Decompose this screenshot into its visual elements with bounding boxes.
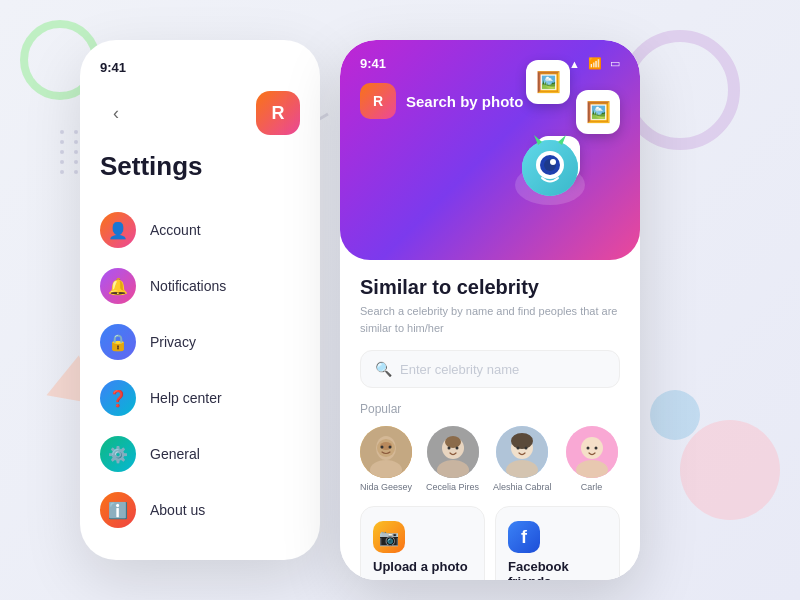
photo-card-2: 🖼️ — [576, 90, 620, 134]
svg-point-20 — [447, 447, 450, 450]
account-icon: 👤 — [100, 212, 136, 248]
settings-title: Settings — [100, 151, 300, 182]
privacy-icon: 🔒 — [100, 324, 136, 360]
settings-menu: 👤 Account 🔔 Notifications 🔒 Privacy ❓ He… — [100, 202, 300, 538]
avatar-r-right: R — [360, 83, 396, 119]
upload-photo-desc: Upload a photo and see similar — [373, 578, 472, 580]
monster-blob — [510, 130, 590, 210]
help-icon: ❓ — [100, 380, 136, 416]
svg-point-25 — [511, 433, 533, 449]
settings-item-notifications[interactable]: 🔔 Notifications — [100, 258, 300, 314]
phones-container: 9:41 ‹ R Settings 👤 Account 🔔 Notificati… — [80, 40, 640, 580]
account-label: Account — [150, 222, 201, 238]
celeb-name-nida: Nida Geesey — [360, 482, 412, 492]
bottom-action-cards: 📷 Upload a photo Upload a photo and see … — [360, 506, 620, 580]
time-right: 9:41 — [360, 56, 386, 71]
phone-content: Similar to celebrity Search a celebrity … — [340, 260, 640, 580]
settings-item-about[interactable]: ℹ️ About us — [100, 482, 300, 538]
celeb-avatar-carle — [566, 426, 618, 478]
svg-point-15 — [389, 446, 392, 449]
celeb-carle[interactable]: Carle — [566, 426, 618, 492]
celebrity-search-container[interactable]: 🔍 Enter celebrity name — [360, 350, 620, 388]
about-icon: ℹ️ — [100, 492, 136, 528]
general-label: General — [150, 446, 200, 462]
celeb-name-carle: Carle — [581, 482, 603, 492]
section-subtitle: Search a celebrity by name and find peop… — [360, 303, 620, 336]
settings-phone: 9:41 ‹ R Settings 👤 Account 🔔 Notificati… — [80, 40, 320, 560]
celeb-name-aleshia: Aleshia Cabral — [493, 482, 552, 492]
svg-point-21 — [455, 447, 458, 450]
celeb-avatar-cecelia — [427, 426, 479, 478]
monster-illustration: 🖼️ 🖼️ 🔍 — [490, 50, 640, 210]
svg-point-30 — [581, 437, 603, 459]
celeb-avatar-aleshia — [496, 426, 548, 478]
nav-header-left: ‹ R — [100, 91, 300, 135]
svg-point-6 — [550, 159, 556, 165]
bg-decoration-circle-4 — [650, 390, 700, 440]
celebrity-search-placeholder: Enter celebrity name — [400, 362, 519, 377]
notifications-icon: 🔔 — [100, 268, 136, 304]
svg-point-14 — [381, 446, 384, 449]
help-label: Help center — [150, 390, 222, 406]
search-phone: 9:41 ▲▲▲ 📶 ▭ R Search by photo 🖼️ 🖼️ — [340, 40, 640, 580]
settings-item-general[interactable]: ⚙️ General — [100, 426, 300, 482]
about-label: About us — [150, 502, 205, 518]
section-title: Similar to celebrity — [360, 276, 620, 299]
upload-photo-card[interactable]: 📷 Upload a photo Upload a photo and see … — [360, 506, 485, 580]
facebook-friends-title: Facebook friends — [508, 559, 607, 580]
svg-point-19 — [445, 436, 461, 448]
upload-photo-title: Upload a photo — [373, 559, 472, 574]
settings-item-account[interactable]: 👤 Account — [100, 202, 300, 258]
status-bar-left: 9:41 — [100, 60, 300, 75]
back-button[interactable]: ‹ — [100, 97, 132, 129]
general-icon: ⚙️ — [100, 436, 136, 472]
facebook-friends-card[interactable]: f Facebook friends Search for similar pe… — [495, 506, 620, 580]
settings-item-help[interactable]: ❓ Help center — [100, 370, 300, 426]
photo-card-1: 🖼️ — [526, 60, 570, 104]
celeb-aleshia[interactable]: Aleshia Cabral — [493, 426, 552, 492]
celeb-avatar-nida — [360, 426, 412, 478]
avatar-right: R — [256, 91, 300, 135]
facebook-icon: f — [508, 521, 540, 553]
svg-point-31 — [586, 447, 589, 450]
phone-header-area: 9:41 ▲▲▲ 📶 ▭ R Search by photo 🖼️ 🖼️ — [340, 40, 640, 260]
popular-celebrities-row: Nida Geesey — [360, 426, 620, 492]
celeb-name-cecelia: Cecelia Pires — [426, 482, 479, 492]
svg-point-26 — [517, 447, 520, 450]
svg-point-32 — [594, 447, 597, 450]
notifications-label: Notifications — [150, 278, 226, 294]
bg-decoration-circle-2 — [680, 420, 780, 520]
upload-photo-icon: 📷 — [373, 521, 405, 553]
svg-point-27 — [525, 447, 528, 450]
settings-item-privacy[interactable]: 🔒 Privacy — [100, 314, 300, 370]
popular-label: Popular — [360, 402, 620, 416]
celeb-cecelia[interactable]: Cecelia Pires — [426, 426, 479, 492]
celeb-nida[interactable]: Nida Geesey — [360, 426, 412, 492]
privacy-label: Privacy — [150, 334, 196, 350]
time-left: 9:41 — [100, 60, 126, 75]
search-icon: 🔍 — [375, 361, 392, 377]
